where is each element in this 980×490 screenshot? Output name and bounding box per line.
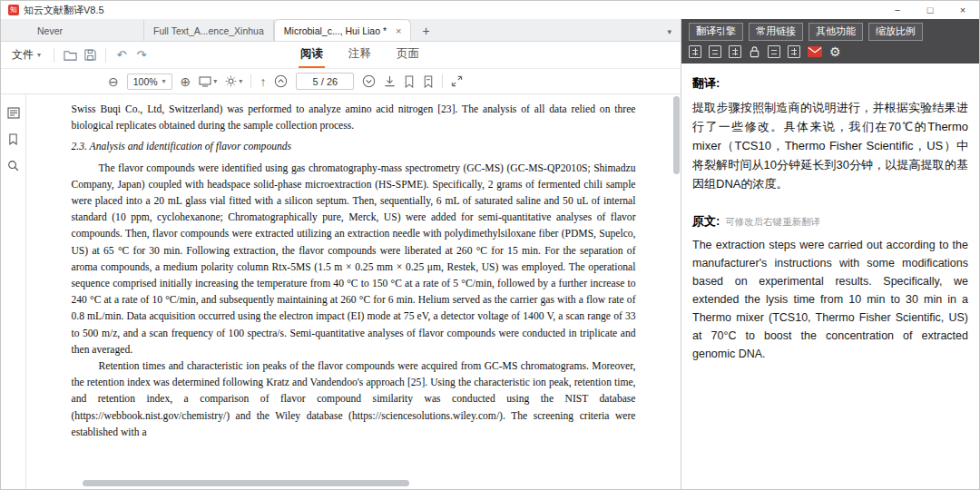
panel-body: 翻译: 提取步骤按照制造商的说明进行，并根据实验结果进行了一些修改。具体来说，我… (681, 64, 979, 375)
bookmark-list-icon[interactable] (423, 75, 434, 88)
tab-read[interactable]: 阅读 (299, 42, 325, 68)
page-layout-dropdown[interactable]: ▾ (199, 76, 217, 87)
divider (442, 74, 443, 88)
maximize-button[interactable]: □ (914, 1, 946, 19)
original-hint: 可修改后右键重新翻译 (725, 216, 820, 229)
app-window: 知 知云文献翻译V8.5 − □ × Never Full Text_A...e… (0, 0, 980, 490)
zoom-in-icon[interactable]: ⊕ (181, 75, 191, 88)
redo-icon[interactable]: ↷ (132, 46, 152, 64)
previous-page-icon[interactable] (274, 74, 288, 88)
document-viewer: Swiss Buqi Co., Ltd, Switzerland) was pe… (1, 94, 681, 489)
view-mode-tabs: 阅读 注释 页面 (299, 42, 421, 68)
paragraph-intro: Swiss Buqi Co., Ltd, Switzerland) was pe… (72, 102, 636, 134)
paragraph-methods: The flavor compounds were identified usi… (72, 161, 636, 358)
menu-row: 文件 ▾ ↶ ↷ 阅读 注释 页面 (1, 42, 681, 69)
tab-translation-engine[interactable]: 翻译引擎 (689, 23, 743, 41)
divider (250, 74, 251, 88)
titlebar: 知 知云文献翻译V8.5 − □ × (1, 1, 979, 19)
original-header: 原文: 可修改后右键重新翻译 (692, 213, 968, 230)
viewer-sidebar (1, 94, 26, 489)
download-icon[interactable] (384, 75, 396, 88)
pdf-page: Swiss Buqi Co., Ltd, Switzerland) was pe… (72, 94, 636, 441)
zoom-level-dropdown[interactable]: 100% ▾ (127, 74, 172, 90)
page-number-input[interactable]: 5 / 26 (296, 73, 354, 90)
document-page-area[interactable]: Swiss Buqi Co., Ltd, Switzerland) was pe… (26, 94, 681, 489)
reader-toolbar: ⊖ 100% ▾ ⊕ ▾ ▾ ↑ 5 / 26 (1, 69, 681, 94)
zoom-level-value: 100% (133, 76, 158, 87)
panel-header: 翻译引擎 常用链接 其他功能 缩放比例 ⚙ (681, 19, 979, 64)
window-controls: − □ × (881, 1, 979, 19)
lock-icon[interactable] (749, 45, 760, 58)
translation-label: 翻译: (692, 75, 968, 92)
divider (54, 48, 54, 63)
chevron-down-icon: ▾ (213, 77, 217, 85)
panel-menu-tabs: 翻译引擎 常用链接 其他功能 缩放比例 (689, 23, 972, 41)
divider (105, 48, 106, 63)
copy-text-icon[interactable] (768, 45, 780, 58)
add-bookmark-icon[interactable] (404, 75, 415, 88)
open-folder-icon[interactable] (60, 46, 80, 64)
next-page-icon[interactable] (362, 74, 376, 88)
page-layout-icon (199, 76, 211, 87)
search-icon[interactable] (7, 160, 19, 172)
section-heading: 2.3. Analysis and identification of flav… (72, 139, 636, 155)
layout-single-icon[interactable] (709, 45, 721, 58)
tab-annotate[interactable]: 注释 (347, 42, 373, 68)
chevron-down-icon: ▾ (239, 77, 242, 85)
doc-tab-label: Full Text_A...ence_Xinhua (153, 25, 264, 36)
tab-pages[interactable]: 页面 (395, 42, 421, 68)
translation-text[interactable]: 提取步骤按照制造商的说明进行，并根据实验结果进行了一些修改。具体来说，我们在70… (692, 98, 968, 193)
tab-zoom-ratio[interactable]: 缩放比例 (868, 23, 923, 41)
tab-other-functions[interactable]: 其他功能 (808, 23, 863, 41)
zoom-out-icon[interactable]: ⊖ (108, 75, 119, 88)
layout-split-icon[interactable] (689, 45, 701, 58)
horizontal-scrollbar-thumb[interactable] (83, 480, 409, 486)
doc-tab-never[interactable]: Never (28, 20, 144, 41)
original-text[interactable]: The extraction steps were carried out ac… (692, 236, 968, 363)
chevron-down-icon: ▾ (37, 51, 41, 59)
app-title: 知云文献翻译V8.5 (24, 4, 104, 17)
horizontal-scrollbar[interactable] (54, 480, 670, 487)
app-logo-icon: 知 (8, 5, 19, 15)
doc-tab-label: Microbial_c..., Hui Liao * (284, 25, 387, 36)
tab-overflow-chevron-icon[interactable]: ▾ (667, 27, 671, 36)
doc-tab-microbial[interactable]: Microbial_c..., Hui Liao * × (274, 19, 412, 41)
bookmarks-panel-icon[interactable] (8, 133, 18, 145)
file-menu-label: 文件 (12, 47, 34, 63)
paragraph-retention: Retention times and characteristic ion p… (72, 358, 636, 441)
thumbnails-panel-icon[interactable] (7, 107, 20, 119)
minimize-button[interactable]: − (881, 1, 914, 19)
reader-column: Never Full Text_A...ence_Xinhua Microbia… (1, 19, 681, 489)
undo-icon[interactable]: ↶ (112, 46, 132, 64)
go-to-top-icon[interactable]: ↑ (260, 75, 266, 88)
close-button[interactable]: × (946, 1, 979, 19)
compare-view-icon[interactable] (788, 45, 800, 58)
vertical-scrollbar-thumb[interactable] (673, 96, 680, 174)
file-menu[interactable]: 文件 ▾ (1, 47, 48, 63)
doc-tab-label: Never (37, 25, 63, 36)
fullscreen-expand-icon[interactable] (451, 75, 463, 87)
mail-icon[interactable] (808, 46, 822, 57)
save-icon[interactable] (80, 46, 100, 64)
translation-panel: 翻译引擎 常用链接 其他功能 缩放比例 ⚙ 翻译: (681, 19, 979, 489)
settings-gear-icon[interactable]: ⚙ (829, 45, 841, 58)
doc-tab-fulltext[interactable]: Full Text_A...ence_Xinhua (144, 20, 274, 41)
theme-dropdown[interactable]: ▾ (225, 75, 242, 87)
vertical-scrollbar[interactable] (672, 94, 680, 489)
tab-close-icon[interactable]: × (396, 25, 401, 36)
panel-icon-row: ⚙ (689, 45, 972, 58)
brightness-icon (225, 75, 237, 87)
layout-dual-icon[interactable] (729, 45, 741, 58)
new-tab-button[interactable]: + (411, 20, 440, 41)
chevron-down-icon: ▾ (162, 77, 166, 85)
document-tabbar: Never Full Text_A...ence_Xinhua Microbia… (1, 19, 681, 42)
tab-common-links[interactable]: 常用链接 (749, 23, 803, 41)
original-label: 原文: (692, 213, 720, 230)
